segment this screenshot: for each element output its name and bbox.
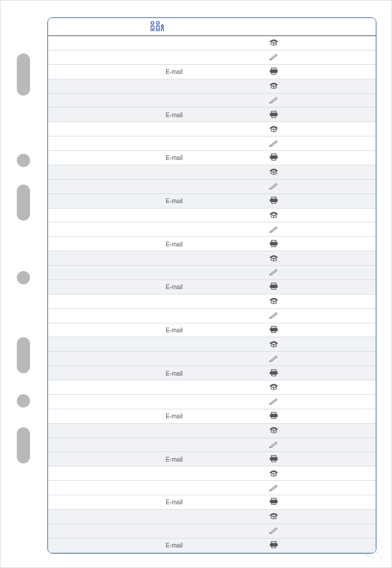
- entry-line[interactable]: E-mail: [48, 495, 376, 510]
- entry-line[interactable]: [48, 36, 376, 50]
- phone-icon: [269, 425, 279, 436]
- entry-line[interactable]: [48, 295, 376, 309]
- pen-icon: [269, 267, 279, 278]
- svg-point-2: [161, 25, 164, 27]
- contacts-icon: [149, 20, 166, 36]
- pen-icon: [269, 224, 279, 235]
- svg-rect-7: [272, 73, 276, 75]
- entry-line[interactable]: [48, 79, 376, 94]
- svg-rect-12: [272, 116, 276, 118]
- svg-rect-60: [271, 542, 276, 543]
- fax-icon: [269, 239, 279, 249]
- entry-line[interactable]: E-mail: [48, 108, 376, 122]
- entry-line[interactable]: [48, 165, 376, 180]
- binder-hole: [17, 394, 30, 408]
- svg-point-4: [273, 43, 274, 44]
- entry-line[interactable]: [48, 524, 376, 539]
- svg-rect-57: [272, 503, 276, 505]
- entry-line[interactable]: [48, 466, 376, 481]
- fax-icon: [269, 281, 279, 292]
- svg-rect-26: [270, 242, 278, 245]
- pen-icon: [269, 439, 279, 450]
- entry-line[interactable]: E-mail: [48, 409, 376, 424]
- svg-rect-40: [271, 370, 276, 371]
- svg-rect-10: [271, 111, 276, 113]
- fax-icon: [269, 454, 279, 465]
- entry-line[interactable]: [48, 94, 376, 108]
- entry-line[interactable]: E-mail: [48, 452, 376, 466]
- address-book-page: E-mailE-mailE-mailE-mailE-mailE-mailE-ma…: [47, 17, 376, 554]
- fax-icon: [269, 195, 279, 206]
- fax-icon: [269, 540, 279, 551]
- svg-rect-46: [270, 414, 278, 417]
- fax-icon: [269, 152, 279, 163]
- svg-rect-5: [271, 68, 276, 70]
- svg-rect-55: [271, 498, 276, 500]
- phone-icon: [269, 210, 279, 221]
- entry-line[interactable]: [48, 266, 376, 280]
- entry-line[interactable]: [48, 380, 376, 395]
- entry-line[interactable]: [48, 136, 376, 151]
- svg-rect-6: [270, 70, 278, 73]
- svg-rect-36: [270, 328, 278, 331]
- entry-line[interactable]: E-mail: [48, 539, 376, 553]
- pen-icon: [269, 181, 279, 192]
- svg-rect-56: [270, 500, 278, 503]
- entry-line[interactable]: E-mail: [48, 194, 376, 209]
- phone-icon: [269, 166, 279, 177]
- svg-point-19: [273, 173, 274, 174]
- entry-line[interactable]: [48, 180, 376, 194]
- phone-icon: [269, 468, 279, 479]
- entry-line[interactable]: [48, 424, 376, 438]
- entry-line[interactable]: E-mail: [48, 366, 376, 380]
- entry-line[interactable]: E-mail: [48, 237, 376, 251]
- email-label: E-mail: [166, 413, 182, 420]
- entry-line[interactable]: [48, 481, 376, 495]
- svg-point-29: [273, 259, 274, 260]
- entry-line[interactable]: [48, 438, 376, 453]
- svg-point-14: [273, 130, 274, 131]
- entry-line[interactable]: [48, 209, 376, 223]
- svg-rect-20: [271, 197, 276, 199]
- entry-line[interactable]: [48, 251, 376, 266]
- svg-rect-25: [271, 240, 276, 242]
- pen-icon: [269, 525, 279, 536]
- entry-line[interactable]: [48, 352, 376, 366]
- svg-rect-52: [272, 460, 276, 462]
- svg-rect-17: [272, 159, 276, 160]
- entry-line[interactable]: [48, 510, 376, 524]
- pen-icon: [269, 310, 279, 321]
- svg-rect-15: [271, 154, 276, 156]
- entry-line[interactable]: E-mail: [48, 151, 376, 165]
- phone-icon: [269, 37, 279, 48]
- email-label: E-mail: [166, 240, 182, 247]
- entry-line[interactable]: [48, 222, 376, 237]
- svg-point-0: [151, 22, 154, 25]
- entry-line[interactable]: E-mail: [48, 323, 376, 338]
- binder-hole: [17, 185, 30, 221]
- entry-line[interactable]: E-mail: [48, 280, 376, 295]
- svg-rect-32: [272, 288, 276, 290]
- fax-icon: [269, 411, 279, 421]
- svg-point-34: [273, 302, 274, 303]
- binder-hole: [17, 337, 30, 373]
- svg-rect-62: [272, 546, 276, 548]
- fax-icon: [269, 325, 279, 335]
- entry-line[interactable]: [48, 337, 376, 352]
- decorative-dots: [354, 537, 384, 561]
- email-label: E-mail: [166, 111, 182, 118]
- svg-point-54: [273, 474, 274, 475]
- binder-hole: [17, 427, 30, 463]
- entry-line[interactable]: [48, 309, 376, 323]
- entry-line[interactable]: [48, 50, 376, 65]
- binder-hole: [17, 271, 30, 284]
- email-label: E-mail: [166, 284, 182, 290]
- pen-icon: [269, 483, 279, 493]
- email-label: E-mail: [166, 198, 182, 204]
- entry-line[interactable]: [48, 122, 376, 136]
- phone-icon: [269, 124, 279, 135]
- entry-line[interactable]: E-mail: [48, 65, 376, 79]
- entry-line[interactable]: [48, 395, 376, 409]
- phone-icon: [269, 296, 279, 307]
- svg-rect-45: [271, 412, 276, 414]
